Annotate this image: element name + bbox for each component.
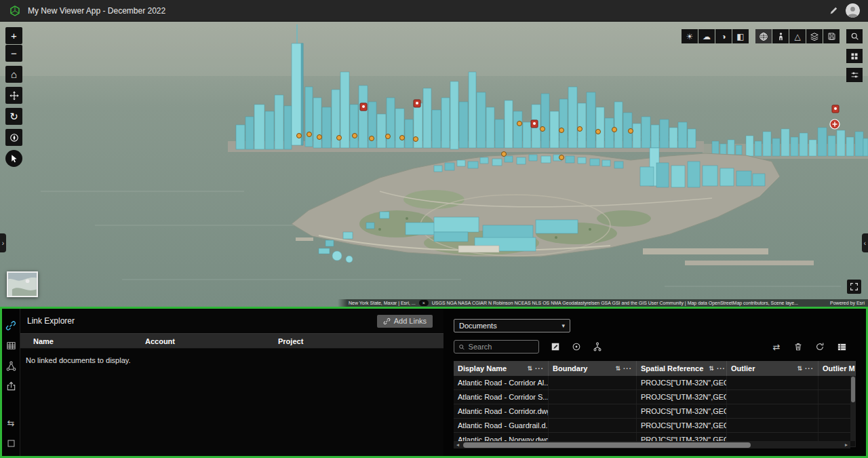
sort-icon[interactable]: ⇅ <box>709 365 714 372</box>
environment-tools: ☀ ☁ ◑ ◧ <box>682 29 749 43</box>
connections-tab[interactable] <box>5 360 17 372</box>
settings-sliders-button[interactable] <box>846 68 863 82</box>
basemap-button[interactable] <box>755 29 772 43</box>
column-header-display-name[interactable]: Display Name ⇅ ··· <box>454 361 549 376</box>
app-logo-icon <box>8 4 22 18</box>
edit-app-button[interactable] <box>828 5 840 16</box>
column-header-outlier[interactable]: Outlier ⇅ ··· <box>727 361 818 376</box>
delete-button[interactable] <box>792 341 804 353</box>
chevron-down-icon: ▾ <box>561 322 565 329</box>
weather-button[interactable]: ☁ <box>698 29 715 43</box>
connections-icon <box>6 361 16 371</box>
column-menu-icon[interactable]: ··· <box>717 365 726 373</box>
cell-outlier <box>727 419 818 432</box>
vertical-scrollbar[interactable] <box>850 376 856 441</box>
chevron-left-icon: ‹ <box>864 240 866 247</box>
compass-button[interactable] <box>5 129 22 146</box>
left-panel-expander[interactable]: › <box>0 233 6 252</box>
cell-boundary <box>549 404 637 418</box>
app-title: My New Viewer App - December 2022 <box>28 6 165 16</box>
search-icon <box>850 32 859 41</box>
vertical-scrollbar-thumb[interactable] <box>851 377 855 402</box>
scroll-left-arrow[interactable]: ◂ <box>454 441 462 449</box>
export-icon <box>6 381 16 392</box>
cell-display-name: Atlantic Road - Corridor.dwg <box>454 404 549 418</box>
column-menu-icon[interactable]: ··· <box>535 365 544 373</box>
sort-icon[interactable]: ⇅ <box>527 365 532 372</box>
slice-icon: ◧ <box>736 32 744 41</box>
column-header-boundary[interactable]: Boundary ⇅ ··· <box>549 361 637 376</box>
documents-layer-select[interactable]: Documents ▾ <box>454 319 570 332</box>
zoom-out-button[interactable]: − <box>5 45 22 62</box>
walkthrough-button[interactable] <box>772 29 789 43</box>
cell-outlier <box>727 376 818 389</box>
column-header-spatial-reference[interactable]: Spatial Reference ⇅ ··· <box>637 361 727 376</box>
select-tool-button[interactable] <box>5 150 22 167</box>
apps-grid-button[interactable] <box>846 49 863 63</box>
column-menu-icon[interactable]: ··· <box>805 365 814 373</box>
sort-icon[interactable]: ⇅ <box>615 365 620 372</box>
add-links-button[interactable]: Add Links <box>377 315 433 328</box>
rotate-button[interactable]: ↻ <box>5 108 22 125</box>
table-row[interactable]: Atlantic Road - Guardrail.d... PROJCS["U… <box>454 419 856 433</box>
column-header-project[interactable]: Project <box>270 337 443 345</box>
frame-tool-button[interactable] <box>5 438 17 449</box>
app-header: My New Viewer App - December 2022 <box>0 0 868 22</box>
column-menu-icon[interactable]: ··· <box>623 365 632 373</box>
column-header-account[interactable]: Account <box>137 337 270 345</box>
horizontal-scrollbar[interactable]: ◂ ▸ <box>454 441 850 449</box>
close-icon: × <box>422 301 425 305</box>
scene-3d-view[interactable] <box>0 22 868 307</box>
horizontal-scrollbar-thumb[interactable] <box>463 442 751 448</box>
column-label: Boundary <box>553 364 587 373</box>
slice-button[interactable]: ◧ <box>732 29 749 43</box>
home-button[interactable]: ⌂ <box>5 66 22 83</box>
daylight-button[interactable]: ☀ <box>682 29 698 43</box>
zoom-in-button[interactable]: + <box>5 27 22 44</box>
swap-icon: ⇄ <box>773 342 781 352</box>
table-row[interactable]: Atlantic Road - Corridor S... PROJCS["UT… <box>454 390 856 404</box>
compare-tool-button[interactable]: ⇆ <box>5 417 17 429</box>
measure-button[interactable]: △ <box>789 29 806 43</box>
trash-icon <box>793 342 803 351</box>
map-search-button[interactable] <box>846 29 863 43</box>
link-explorer-tab[interactable] <box>5 320 17 331</box>
inset-map-image <box>8 273 37 296</box>
branch-version-button[interactable] <box>591 341 604 353</box>
export-tab[interactable] <box>5 381 17 392</box>
swap-fields-button[interactable]: ⇄ <box>770 341 783 353</box>
refresh-button[interactable] <box>814 341 826 353</box>
table-row[interactable]: Atlantic Road - Corridor Al... PROJCS["U… <box>454 376 856 390</box>
home-icon: ⌂ <box>11 69 17 79</box>
right-panel-expander[interactable]: ‹ <box>862 233 868 252</box>
cell-spatial-reference: PROJCS["UTM-32N",GEO... <box>637 404 727 418</box>
search-input[interactable] <box>469 343 534 351</box>
attribution-toggle-button[interactable]: × <box>419 300 429 306</box>
table-view-button[interactable] <box>835 341 848 353</box>
cell-outlier <box>727 404 818 418</box>
fullscreen-button[interactable] <box>847 280 861 294</box>
column-label: Outlier M <box>823 364 855 373</box>
sort-icon[interactable]: ⇅ <box>797 365 802 372</box>
edit-attributes-button[interactable] <box>549 341 561 353</box>
dock-rail: ⇆ <box>2 309 20 456</box>
column-header-name[interactable]: Name <box>20 337 137 345</box>
column-header-outlier-m[interactable]: Outlier M <box>818 361 856 376</box>
scroll-right-arrow[interactable]: ▸ <box>842 441 850 449</box>
table-row[interactable]: Atlantic Road - Corridor.dwg PROJCS["UTM… <box>454 404 856 419</box>
user-avatar[interactable] <box>846 3 860 18</box>
table-manage-icons: ⇄ <box>770 341 864 353</box>
pencil-icon <box>829 6 838 15</box>
shadows-button[interactable]: ◑ <box>715 29 732 43</box>
cell-display-name: Atlantic Road - Corridor S... <box>454 390 549 404</box>
sun-icon: ☀ <box>686 32 694 41</box>
fullscreen-icon <box>850 282 859 291</box>
globe-icon <box>759 32 768 41</box>
save-button[interactable] <box>823 29 840 43</box>
overview-inset-map[interactable] <box>7 271 38 297</box>
pan-button[interactable] <box>5 87 22 104</box>
layers-button[interactable] <box>806 29 823 43</box>
zoom-to-selection-button[interactable] <box>570 341 583 353</box>
table-tab[interactable] <box>5 340 17 351</box>
selected-layer-label: Documents <box>459 322 497 330</box>
